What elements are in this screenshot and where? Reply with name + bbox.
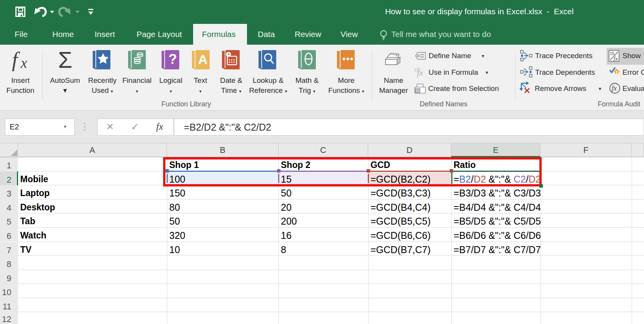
svg-text:x: x [20, 55, 27, 71]
svg-text:f: f [12, 48, 20, 71]
svg-text:!: ! [616, 69, 618, 76]
svg-text:?: ? [169, 51, 177, 67]
svg-text:fx: fx [612, 84, 617, 92]
svg-text:fx: fx [614, 55, 618, 62]
svg-text:fx: fx [417, 68, 423, 77]
svg-text:A: A [198, 52, 208, 67]
